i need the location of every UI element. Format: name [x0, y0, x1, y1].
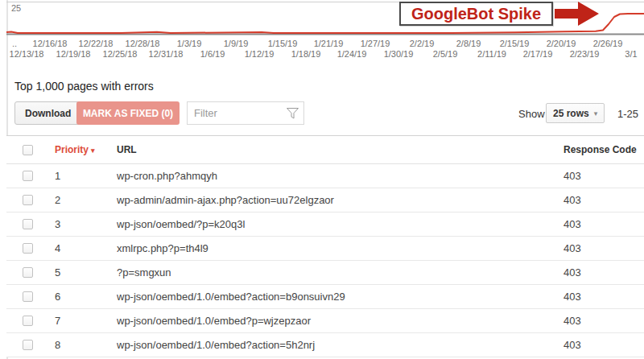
url-column-header[interactable]: URL: [117, 144, 557, 155]
row-checkbox[interactable]: [23, 267, 33, 278]
priority-header-label: Priority: [55, 144, 89, 155]
table-row: 5 ?p=smgxun 403: [6, 261, 644, 285]
annotation-text: GoogleBot Spike: [411, 5, 541, 23]
priority-column-header[interactable]: Priority▾: [55, 144, 117, 155]
table-header-row: Priority▾ URL Response Code: [6, 135, 644, 164]
mark-as-fixed-button[interactable]: MARK AS FIXED (0): [76, 101, 180, 125]
x-axis-label: 1/3/19: [177, 39, 202, 48]
url-cell[interactable]: ?p=smgxun: [117, 266, 557, 279]
x-axis-label: 1/18/19: [291, 49, 321, 59]
x-axis-label: 12/25/18: [103, 49, 138, 59]
errors-timeline-chart: 25 GoogleBot Spike .. 12/16/18 12/22/18 …: [0, 0, 644, 63]
errors-table: Priority▾ URL Response Code 1 wp-cron.ph…: [6, 135, 644, 357]
priority-cell: 5: [55, 266, 117, 279]
row-checkbox[interactable]: [23, 171, 33, 181]
response-code-column-header[interactable]: Response Code: [557, 144, 644, 155]
table-toolbar: Download MARK AS FIXED (0) Show 25 rows …: [0, 101, 644, 126]
url-cell[interactable]: wp-admin/admin-ajax.php?action=uu72elgza…: [117, 194, 557, 206]
table-row: 2 wp-admin/admin-ajax.php?action=uu72elg…: [6, 188, 644, 213]
row-checkbox[interactable]: [23, 243, 33, 254]
rows-per-page-value: 25 rows: [553, 108, 589, 119]
x-axis-label: 2/15/19: [500, 39, 530, 48]
table-row: 7 wp-json/oembed/1.0/embed?p=wjzepzaor 4…: [6, 309, 644, 333]
response-code-cell: 403: [557, 291, 644, 303]
crawl-errors-page: 25 GoogleBot Spike .. 12/16/18 12/22/18 …: [0, 0, 644, 359]
y-axis-max-label: 25: [11, 3, 21, 13]
filter-field-wrap: [187, 101, 304, 125]
row-checkbox[interactable]: [23, 340, 33, 350]
filter-funnel-icon: [287, 108, 299, 119]
url-cell[interactable]: wp-json/oembed/1.0/embed?p=wjzepzaor: [117, 315, 557, 327]
priority-cell: 3: [55, 218, 117, 230]
x-axis-label: 2/8/19: [456, 39, 481, 48]
response-code-cell: 403: [557, 315, 644, 327]
googlebot-spike-annotation: GoogleBot Spike: [399, 2, 553, 26]
table-row: 1 wp-cron.php?ahmqyh 403: [6, 164, 644, 188]
page-title: Top 1,000 pages with errors: [14, 80, 154, 93]
url-cell[interactable]: wp-json/oembed/1.0/embed?action=b9onsuiv…: [117, 291, 557, 303]
chevron-down-icon: ▾: [594, 109, 598, 118]
priority-cell: 4: [55, 242, 117, 254]
x-axis-label: 12/31/18: [149, 49, 184, 59]
priority-cell: 7: [55, 315, 117, 327]
priority-cell: 1: [55, 170, 117, 182]
x-axis-label: 12/19/18: [56, 49, 91, 59]
x-axis-label: 12/16/18: [33, 39, 68, 48]
table-row: 4 xmlrpc.php?p=th4l9 403: [6, 237, 644, 261]
x-axis-label: 1/27/19: [361, 39, 390, 48]
x-axis-label: 1/9/19: [224, 39, 249, 48]
x-axis-label: 1/12/19: [245, 49, 275, 59]
response-code-cell: 403: [557, 266, 644, 279]
show-label: Show: [518, 108, 545, 120]
row-checkbox[interactable]: [23, 316, 33, 326]
x-axis-label: ..: [12, 39, 17, 48]
x-axis-label: 2/5/19: [433, 49, 458, 59]
x-axis-label: 12/28/18: [126, 39, 160, 48]
url-cell[interactable]: wp-cron.php?ahmqyh: [117, 170, 557, 182]
response-code-cell: 403: [557, 242, 644, 254]
response-code-cell: 403: [557, 218, 644, 230]
x-axis-label: 3/1: [625, 49, 637, 59]
x-axis-label: 1/15/19: [268, 39, 298, 48]
select-all-checkbox[interactable]: [23, 145, 33, 155]
x-axis-label: 2/17/19: [523, 49, 553, 59]
sort-descending-icon: ▾: [91, 146, 95, 155]
x-axis-label: 1/24/19: [337, 49, 367, 59]
row-checkbox[interactable]: [23, 195, 33, 205]
x-axis-label: 1/6/19: [200, 49, 225, 59]
url-cell[interactable]: xmlrpc.php?p=th4l9: [117, 242, 557, 254]
table-row: 6 wp-json/oembed/1.0/embed?action=b9onsu…: [6, 285, 644, 309]
url-cell[interactable]: wp-json/oembed/1.0/embed?action=5h2nrj: [117, 339, 557, 351]
x-axis-label: 2/20/19: [547, 39, 576, 48]
download-button[interactable]: Download: [14, 101, 81, 125]
table-row: 8 wp-json/oembed/1.0/embed?action=5h2nrj…: [6, 333, 644, 357]
row-checkbox[interactable]: [23, 219, 33, 229]
red-arrow-icon: [555, 1, 600, 27]
x-axis-label: 1/30/19: [384, 49, 414, 59]
response-code-cell: 403: [557, 170, 644, 182]
x-axis-label: 2/2/19: [410, 39, 435, 48]
x-axis-label: 1/21/19: [314, 39, 344, 48]
pagination-range: 1-25: [617, 108, 638, 120]
row-checkbox[interactable]: [23, 291, 33, 302]
url-cell[interactable]: wp-json/oembed/?p=k20q3l: [117, 218, 557, 230]
x-axis-label: 2/23/19: [570, 49, 600, 59]
priority-cell: 8: [55, 339, 117, 351]
x-axis-label: 12/13/18: [10, 49, 44, 59]
table-row: 3 wp-json/oembed/?p=k20q3l 403: [6, 213, 644, 237]
priority-cell: 6: [55, 291, 117, 303]
response-code-cell: 403: [557, 194, 644, 206]
rows-per-page-dropdown[interactable]: 25 rows ▾: [546, 103, 605, 123]
response-code-cell: 403: [557, 339, 644, 351]
x-axis-label: 2/11/19: [477, 49, 506, 59]
x-axis-label: 12/22/18: [79, 39, 114, 48]
x-axis-label: 2/26/19: [593, 39, 623, 48]
priority-cell: 2: [55, 194, 117, 206]
